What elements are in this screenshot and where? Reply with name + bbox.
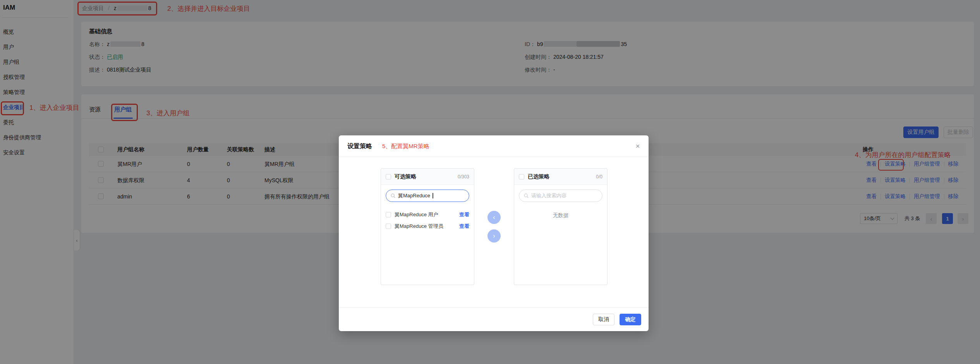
- chevron-right-icon: ›: [493, 232, 495, 239]
- policy-view-link[interactable]: 查看: [459, 223, 469, 230]
- chevron-left-icon: ‹: [493, 214, 495, 221]
- available-select-all-checkbox[interactable]: [386, 174, 391, 179]
- policy-label: 翼MapReduce 管理员: [395, 223, 443, 230]
- available-policies-panel: 可选策略 0/303 翼MapReduce 翼MapReduce 用户 查看 翼…: [381, 168, 474, 285]
- available-policy-list: 翼MapReduce 用户 查看 翼MapReduce 管理员 查看: [381, 209, 474, 232]
- selected-select-all-checkbox[interactable]: [519, 174, 524, 179]
- policy-view-link[interactable]: 查看: [459, 211, 469, 218]
- policy-checkbox[interactable]: [386, 212, 391, 217]
- available-search-input[interactable]: 翼MapReduce: [386, 190, 469, 202]
- available-panel-header: 可选策略 0/303: [381, 169, 474, 185]
- policy-label: 翼MapReduce 用户: [395, 211, 438, 218]
- text-cursor: [433, 193, 433, 198]
- available-count: 0/303: [458, 174, 469, 179]
- selected-policies-panel: 已选策略 0/0 请输入搜索内容 无数据: [514, 168, 608, 285]
- list-item: 翼MapReduce 管理员 查看: [381, 220, 474, 232]
- set-policy-modal: 设置策略 5、配置翼MR策略 × 可选策略 0/303 翼MapReduce 翼…: [339, 135, 649, 331]
- empty-state-text: 无数据: [514, 212, 607, 219]
- selected-panel-header: 已选策略 0/0: [514, 169, 607, 185]
- selected-count: 0/0: [596, 174, 602, 179]
- confirm-button[interactable]: 确定: [620, 314, 641, 325]
- list-item: 翼MapReduce 用户 查看: [381, 209, 474, 220]
- transfer-right-button[interactable]: ›: [487, 229, 501, 243]
- selected-search-input[interactable]: 请输入搜索内容: [519, 190, 602, 202]
- modal-title: 设置策略: [347, 135, 372, 157]
- search-value: 翼MapReduce: [398, 192, 430, 199]
- available-panel-title: 可选策略: [395, 173, 416, 180]
- cancel-button[interactable]: 取消: [593, 314, 614, 325]
- search-icon: [523, 193, 529, 198]
- search-placeholder: 请输入搜索内容: [531, 192, 566, 199]
- search-icon: [390, 193, 396, 198]
- transfer-left-button[interactable]: ‹: [487, 211, 501, 224]
- policy-checkbox[interactable]: [386, 224, 391, 229]
- annotation-step5: 5、配置翼MR策略: [382, 135, 429, 157]
- modal-footer: 取消 确定: [339, 307, 649, 331]
- close-icon[interactable]: ×: [633, 142, 642, 151]
- selected-panel-title: 已选策略: [528, 173, 549, 180]
- modal-header: 设置策略 5、配置翼MR策略 ×: [339, 135, 649, 157]
